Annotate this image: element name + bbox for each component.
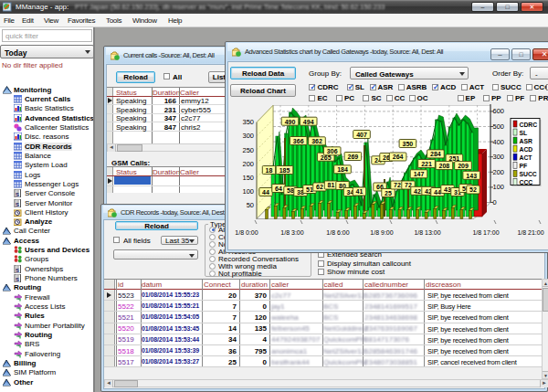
svg-text:64: 64 [275,185,282,192]
svg-text:ACT: ACT [520,154,533,161]
svg-text:51: 51 [306,186,313,193]
svg-text:44: 44 [434,189,441,196]
svg-text:1/8 0:00: 1/8 0:00 [235,229,258,236]
svg-text:362: 362 [311,138,322,144]
svg-text:100: 100 [242,187,254,196]
svg-text:264: 264 [393,154,404,160]
svg-text:26: 26 [383,154,390,161]
svg-text:300: 300 [493,153,505,161]
svg-text:CCC: CCC [520,179,533,185]
svg-text:S: S [16,192,19,197]
svg-text:1/8 9:00: 1/8 9:00 [370,229,393,236]
svg-text:366: 366 [293,138,304,144]
svg-text:284: 284 [430,151,441,157]
svg-text:350: 350 [242,118,254,126]
svg-text:200: 200 [493,168,505,176]
svg-text:25: 25 [385,190,392,196]
svg-text:350: 350 [403,141,414,147]
svg-text:147: 147 [414,171,425,177]
svg-text:50: 50 [247,201,254,209]
svg-text:1/8 21:00: 1/8 21:00 [517,229,543,236]
svg-text:400: 400 [493,138,505,146]
svg-text:306: 306 [327,148,338,154]
svg-text:1/8 13:00: 1/8 13:00 [414,229,440,236]
svg-text:81: 81 [328,182,335,188]
svg-text:S: S [16,277,19,282]
svg-text:18: 18 [266,167,273,174]
svg-text:42: 42 [414,188,421,195]
svg-text:S: S [16,268,19,273]
svg-text:251: 251 [449,155,460,162]
svg-text:72: 72 [394,182,401,188]
svg-text:150: 150 [242,174,254,182]
svg-text:1/8 3:00: 1/8 3:00 [280,229,303,236]
svg-text:100: 100 [493,183,505,191]
svg-text:600: 600 [493,107,505,115]
svg-text:PF: PF [520,163,528,169]
svg-text:0: 0 [493,198,497,207]
svg-text:ASR: ASR [520,138,532,144]
svg-text:41: 41 [356,188,364,195]
svg-text:S: S [16,202,19,207]
svg-text:SUCC: SUCC [520,171,537,177]
svg-text:250: 250 [242,146,254,154]
svg-text:407: 407 [356,132,367,138]
svg-text:44: 44 [262,189,269,196]
svg-text:184: 184 [337,166,348,173]
svg-text:143: 143 [466,173,477,179]
svg-text:490: 490 [285,119,296,125]
svg-text:494: 494 [303,119,314,125]
svg-text:185: 185 [279,167,290,174]
svg-text:CDRC: CDRC [520,122,538,128]
svg-text:62: 62 [316,184,323,190]
svg-text:58: 58 [287,187,294,194]
svg-text:300: 300 [242,132,254,140]
svg-text:ACD: ACD [520,146,533,153]
svg-text:221: 221 [421,161,432,167]
svg-text:200: 200 [242,160,254,168]
svg-text:SL: SL [520,130,528,136]
svg-text:1/8 6:00: 1/8 6:00 [326,229,349,236]
svg-text:500: 500 [493,122,505,131]
svg-text:43: 43 [444,186,451,193]
svg-text:209: 209 [458,163,469,169]
svg-text:52: 52 [469,186,477,193]
svg-text:1/8 17:00: 1/8 17:00 [472,229,499,236]
svg-text:208: 208 [439,163,450,169]
svg-text:269: 269 [348,154,359,160]
